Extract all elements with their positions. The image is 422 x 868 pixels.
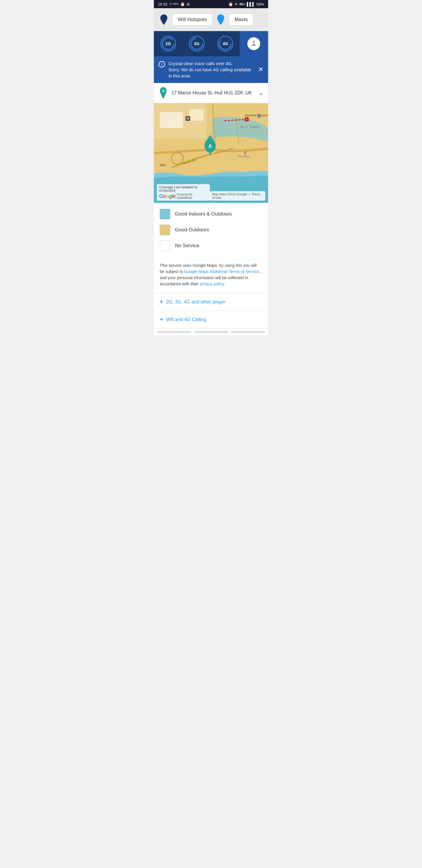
legend-item-no-service: No Service — [160, 241, 262, 251]
svg-text:3G: 3G — [194, 41, 200, 46]
status-right: ⏰ ✦ 4G+ ▌▌▌ 59% — [228, 2, 264, 6]
map-data-label: Map data ©2019 Google | Terms of Use — [210, 191, 265, 200]
battery-display: 59% — [256, 2, 264, 6]
legend-label-good-outdoors: Good Outdoors — [175, 227, 209, 233]
info-text: Crystal-clear voice calls over 4G. Sorry… — [168, 60, 255, 79]
svg-text:OLD TOWN: OLD TOWN — [240, 125, 260, 129]
location-bar: A 17 Manor House St, Hull HU1 2DF, UK ⌄ — [154, 83, 268, 103]
top-nav: Wifi Hotspots Masts — [154, 8, 268, 31]
legend: Good Indoors & Outdoors Good Outdoors No… — [154, 203, 268, 259]
map-overlay: Coverage Last Updated on 07/02/2019 Goog… — [154, 182, 268, 203]
masts-pin-icon — [217, 14, 225, 25]
expand-wifi-4g[interactable]: + Wifi and 4G Calling — [154, 311, 268, 328]
svg-point-14 — [171, 153, 183, 164]
info-banner: i Crystal-clear voice calls over 4G. Sor… — [154, 56, 268, 83]
location-address: 17 Manor House St, Hull HU1 2DF, UK — [171, 90, 255, 96]
map-container[interactable]: A63 Hessle Rd A63 + Streetlife Museum — [154, 103, 268, 203]
data-speed: 17 KB/s — [169, 3, 179, 6]
info-banner-text: Crystal-clear voice calls over 4G. Sorry… — [168, 61, 251, 78]
terms-section: This service uses Google Maps, by using … — [154, 259, 268, 293]
time-display: 18:32 — [158, 2, 168, 6]
tab-3g[interactable]: 3G — [183, 31, 211, 56]
svg-text:4G: 4G — [252, 43, 256, 46]
tab-4g-voice[interactable]: (( 4G — [240, 31, 268, 56]
tab-3g-circle: 3G — [189, 36, 204, 52]
svg-rect-16 — [160, 112, 183, 128]
wifi-hotspots-pin-icon — [160, 14, 168, 25]
svg-rect-21 — [257, 114, 261, 118]
expand-jargon-plus-icon: + — [160, 299, 163, 305]
legend-item-good-indoors: Good Indoors & Outdoors — [160, 209, 262, 219]
4g-plus-icon: 4G+ — [239, 2, 245, 6]
masts-label: Masts — [234, 17, 248, 23]
powered-by: Powered By SpatialBuzz — [177, 193, 207, 199]
legend-label-good-indoors: Good Indoors & Outdoors — [175, 211, 232, 217]
wifi-hotspots-button[interactable]: Wifi Hotspots — [172, 13, 213, 26]
coverage-tabs: 2G 3G 4G (( 4G — [154, 31, 268, 56]
bluetooth-icon: ✦ — [234, 2, 238, 6]
expand-jargon-label: 2G, 3G, 4G and other jargon — [166, 300, 226, 305]
bottom-nav-item-1 — [157, 331, 191, 333]
expand-wifi-4g-plus-icon: + — [160, 316, 163, 323]
dot-indicator: · — [192, 2, 193, 6]
legend-box-good-indoors — [160, 209, 170, 219]
bottom-nav-item-3 — [231, 331, 265, 333]
legend-item-good-outdoors: Good Outdoors — [160, 225, 262, 235]
svg-text:Streetlife Museum: Streetlife Museum — [245, 114, 268, 117]
svg-text:4G: 4G — [222, 41, 228, 46]
svg-text:A: A — [162, 89, 165, 93]
alarm-icon: ⏰ — [180, 2, 185, 6]
wifi-hotspots-label: Wifi Hotspots — [177, 17, 207, 23]
cancel-icon: ⊗ — [187, 2, 190, 6]
tab-4g-voice-icon: (( 4G — [247, 37, 260, 50]
alarm-icon-right: ⏰ — [228, 2, 233, 6]
legend-box-good-outdoors — [160, 225, 170, 235]
info-icon: i — [159, 61, 165, 67]
tab-4g[interactable]: 4G — [211, 31, 240, 56]
legend-box-no-service — [160, 241, 170, 251]
svg-text:((: (( — [253, 40, 255, 43]
bottom-nav-item-2 — [194, 331, 228, 333]
bottom-nav — [154, 328, 268, 336]
coverage-update: Coverage Last Updated on 07/02/2019 Goog… — [157, 184, 210, 200]
expand-wifi-4g-label: Wifi and 4G Calling — [166, 317, 206, 322]
tab-4g-circle: 4G — [218, 36, 233, 52]
privacy-policy-link[interactable]: privacy policy — [200, 281, 224, 286]
google-maps-terms-link[interactable]: Google Maps Additional Terms of Service — [184, 269, 259, 274]
coverage-update-text: Coverage Last Updated on 07/02/2019 — [159, 185, 207, 192]
chevron-down-icon[interactable]: ⌄ — [258, 89, 263, 97]
masts-button[interactable]: Masts — [229, 13, 253, 26]
terms-end-text: . — [225, 281, 227, 286]
svg-text:The Deep: The Deep — [237, 155, 250, 158]
tab-2g-circle: 2G — [160, 36, 176, 52]
svg-text:A63: A63 — [160, 163, 166, 167]
svg-point-24 — [244, 151, 247, 154]
expand-jargon[interactable]: + 2G, 3G, 4G and other jargon — [154, 293, 268, 311]
svg-text:A: A — [208, 144, 212, 149]
status-bar: 18:32 17 KB/s ⏰ ⊗ · ⏰ ✦ 4G+ ▌▌▌ 59% — [154, 0, 268, 8]
svg-text:+: + — [246, 118, 247, 121]
svg-text:2G: 2G — [165, 41, 171, 46]
legend-label-no-service: No Service — [175, 243, 199, 249]
signal-icon: ▌▌▌ — [247, 2, 255, 6]
svg-rect-17 — [189, 109, 204, 121]
close-banner-button[interactable]: ✕ — [258, 65, 263, 74]
location-pin-icon: A — [159, 87, 168, 99]
tab-2g[interactable]: 2G — [154, 31, 183, 56]
svg-text:H: H — [187, 117, 189, 120]
status-left: 18:32 17 KB/s ⏰ ⊗ · — [158, 2, 193, 6]
